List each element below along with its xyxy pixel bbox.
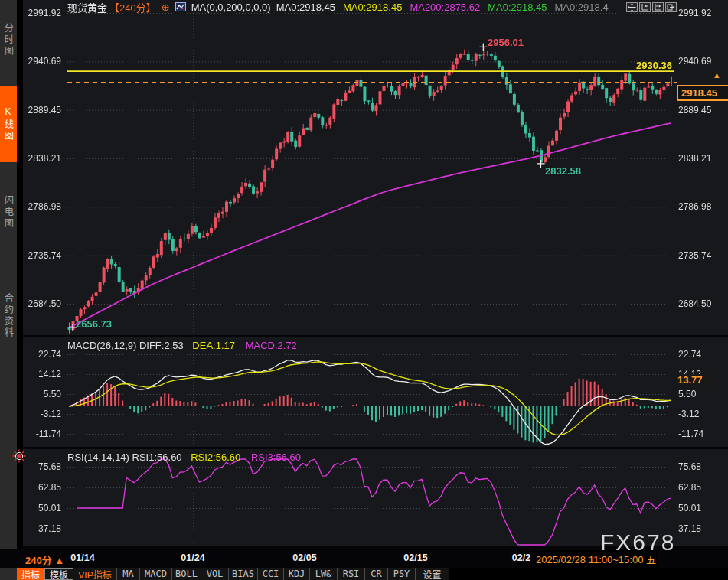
price-tick-right: 2684.50 bbox=[678, 298, 724, 309]
price-tick-right: 2735.74 bbox=[678, 250, 724, 261]
macd-header: MACD(26,12,9) DIFF:2.53 DEA:1.17 MACD:2.… bbox=[67, 340, 297, 351]
sidebar-tab-label: K线图 bbox=[2, 106, 15, 142]
macd-tick-right: 22.74 bbox=[678, 349, 724, 360]
btn-lwr[interactable]: LW& bbox=[309, 568, 337, 580]
sidebar-tab-label: 闪电图 bbox=[2, 195, 15, 230]
btn-rsi[interactable]: RSI bbox=[337, 568, 364, 580]
ma-value: MA0:2918.45 bbox=[276, 2, 335, 13]
macd-tick-left: 22.74 bbox=[26, 349, 61, 360]
macd-tick-right: 5.50 bbox=[678, 389, 724, 399]
rsi-tick-left: 75.68 bbox=[26, 461, 61, 472]
ma-value: MA0:2918.45 bbox=[488, 2, 547, 13]
pullback-low-label: 2832.58 bbox=[545, 165, 581, 177]
macd-tick-right: -11.74 bbox=[678, 428, 724, 439]
ma-values: MA0:2918.45MA0:2918.45MA200:2875.62MA0:2… bbox=[276, 2, 616, 13]
macd-tick-right: -3.12 bbox=[678, 409, 724, 419]
macd-title: MACD(26,12,9) DIFF:2.53 bbox=[67, 340, 184, 351]
price-tick-left: 2838.21 bbox=[26, 153, 61, 164]
start-low-label: 2656.73 bbox=[76, 318, 112, 330]
sidebar-tab-lightning-chart[interactable]: 闪电图 bbox=[0, 173, 17, 251]
date-tick: 01/14 bbox=[70, 552, 94, 563]
rsi-tick-right: 37.18 bbox=[678, 523, 724, 534]
price-tick-left: 2940.69 bbox=[26, 56, 61, 67]
rsi-tick-left: 62.85 bbox=[26, 482, 61, 493]
sidebar-tab-label: 分时图 bbox=[2, 23, 15, 57]
macd-dea-value: DEA:1.17 bbox=[192, 340, 235, 351]
scale-right-icon[interactable] bbox=[652, 2, 664, 12]
price-tick-left: 2889.45 bbox=[26, 105, 61, 116]
sidebar-tab-kline-chart[interactable]: K线图 bbox=[0, 86, 17, 162]
rsi-tick-right: 75.68 bbox=[678, 461, 724, 472]
btn-vip-indicator[interactable]: VIP指标 bbox=[73, 568, 116, 580]
macd-tick-left: -11.74 bbox=[26, 428, 61, 439]
price-tick-right: 2991.92 bbox=[678, 8, 724, 18]
price-tick-right: 2940.69 bbox=[678, 56, 724, 67]
chart-tools bbox=[626, 2, 677, 12]
sidebar-tab-contract-info[interactable]: 合约资料 bbox=[0, 261, 17, 371]
rsi-title: RSI(14,14,14) RSI1:56.60 bbox=[67, 451, 182, 463]
rsi-tick-left: 37.18 bbox=[26, 523, 61, 534]
watermark-logo: FX678 bbox=[600, 529, 675, 556]
btn-ma[interactable]: MA bbox=[116, 568, 139, 580]
price-tick-left: 2991.92 bbox=[26, 8, 61, 18]
sidebar: 分时图 K线图 闪电图 合约资料 bbox=[0, 0, 17, 580]
date-tick: 02/05 bbox=[292, 552, 316, 563]
pan-right-icon[interactable] bbox=[665, 2, 677, 12]
period-selector[interactable]: 240分 ▲ bbox=[25, 552, 64, 567]
btn-kdj[interactable]: KDJ bbox=[283, 568, 309, 580]
btn-bias[interactable]: BIAS bbox=[228, 568, 257, 580]
ma-settings: MA(0,0,200,0,0,0) bbox=[191, 2, 271, 13]
btn-cci[interactable]: CCI bbox=[257, 568, 283, 580]
date-tick: 02/15 bbox=[403, 552, 427, 563]
btn-template[interactable]: 模板 bbox=[44, 568, 73, 580]
rsi-tick-right: 62.85 bbox=[678, 482, 724, 493]
btn-indicator[interactable]: 指标 bbox=[17, 568, 44, 580]
price-chart-canvas[interactable] bbox=[23, 0, 728, 549]
scale-left-icon[interactable] bbox=[639, 2, 651, 12]
price-up-arrow-icon: ▲ bbox=[713, 70, 721, 80]
indicator-toolbar: 指标模板VIP指标MAMACDBOLLVOLBIASCCIKDJLW&RSICR… bbox=[17, 568, 449, 580]
btn-macd[interactable]: MACD bbox=[139, 568, 171, 580]
btn-boll[interactable]: BOLL bbox=[171, 568, 201, 580]
swing-high-label: 2956.01 bbox=[488, 37, 524, 48]
macd-tick-left: -3.12 bbox=[26, 409, 61, 419]
period-badge: 【240分】 bbox=[109, 0, 156, 15]
date-tick: 02/2 bbox=[512, 552, 530, 563]
btn-psy[interactable]: PSY bbox=[387, 568, 415, 580]
btn-cr[interactable]: CR bbox=[364, 568, 387, 580]
price-tick-left: 2684.50 bbox=[26, 298, 61, 309]
price-tick-right: 2838.21 bbox=[678, 153, 724, 164]
price-tick-right: 2786.98 bbox=[678, 201, 724, 212]
rsi3-value: RSI3:56.60 bbox=[251, 451, 301, 463]
add-compare-icon[interactable]: ⊕ bbox=[162, 2, 170, 13]
btn-settings[interactable]: 设置 bbox=[415, 568, 449, 580]
macd-current-value: 13.77 bbox=[677, 374, 716, 386]
chart-header: 现货黄金 【240分】 ⊕ MA(0,0,200,0,0,0) MA0:2918… bbox=[67, 1, 616, 13]
rsi-tick-left: 50.01 bbox=[26, 503, 61, 513]
btn-vol[interactable]: VOL bbox=[201, 568, 228, 580]
rsi2-value: RSI2:56.60 bbox=[191, 451, 240, 463]
ma-value: MA200:2875.62 bbox=[410, 2, 480, 13]
rsi-header: RSI(14,14,14) RSI1:56.60 RSI2:56.60 RSI3… bbox=[67, 451, 301, 463]
last-price-box: 2918.45 bbox=[677, 85, 728, 101]
macd-tick-left: 14.12 bbox=[26, 369, 61, 380]
date-tick: 01/24 bbox=[181, 552, 204, 563]
sidebar-tab-label: 合约资料 bbox=[2, 293, 15, 339]
chart-type-icon[interactable] bbox=[175, 2, 186, 11]
price-tick-left: 2735.74 bbox=[26, 250, 61, 261]
macd-macd-value: MACD:2.72 bbox=[246, 340, 297, 351]
ma-value: MA0:2918.45 bbox=[343, 2, 402, 13]
rsi-tick-right: 50.01 bbox=[678, 503, 724, 513]
macd-tick-left: 5.50 bbox=[26, 389, 61, 399]
price-tick-left: 2786.98 bbox=[26, 201, 61, 212]
trading-app-window: 分时图 K线图 闪电图 合约资料 现货黄金 【240分】 ⊕ MA(0,0,20… bbox=[0, 0, 728, 580]
price-tick-right: 2889.45 bbox=[678, 105, 724, 116]
sidebar-tab-time-chart[interactable]: 分时图 bbox=[0, 5, 17, 75]
alert-line-label: 2930.36 bbox=[612, 60, 672, 71]
ma-value: MA0:2918.4 bbox=[555, 2, 609, 13]
crosshair-move-icon[interactable] bbox=[626, 2, 638, 12]
alert-blink-icon[interactable] bbox=[11, 448, 27, 467]
symbol-name: 现货黄金 bbox=[67, 0, 107, 15]
